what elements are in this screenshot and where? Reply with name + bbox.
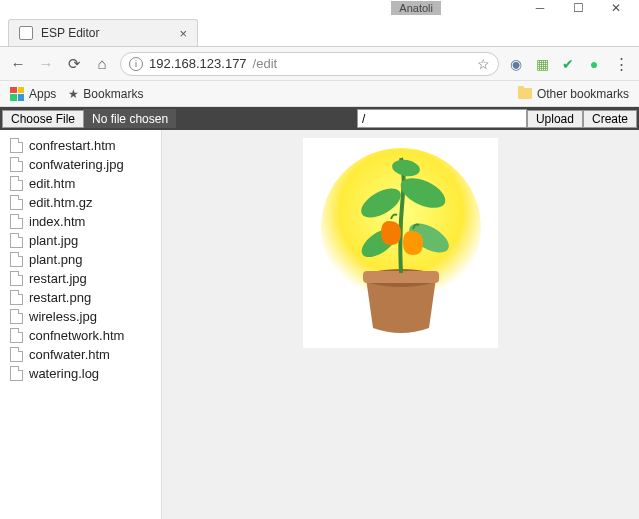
apps-label: Apps	[29, 87, 56, 101]
browser-tab[interactable]: ESP Editor ×	[8, 19, 198, 46]
file-name: restart.jpg	[29, 271, 87, 286]
file-item[interactable]: confwatering.jpg	[0, 155, 161, 174]
file-item[interactable]: confnetwork.htm	[0, 326, 161, 345]
bookmark-bar: Apps ★ Bookmarks Other bookmarks	[0, 81, 639, 107]
star-icon: ★	[68, 87, 79, 101]
file-icon	[10, 271, 23, 286]
file-status-label: No file chosen	[84, 109, 176, 128]
file-icon	[10, 290, 23, 305]
close-window-button[interactable]: ✕	[597, 0, 635, 16]
file-icon	[10, 176, 23, 191]
file-icon	[10, 366, 23, 381]
file-name: wireless.jpg	[29, 309, 97, 324]
file-name: restart.png	[29, 290, 91, 305]
site-info-icon[interactable]: i	[129, 57, 143, 71]
extension-icon-2[interactable]: ▦	[533, 55, 551, 73]
file-name: confnetwork.htm	[29, 328, 124, 343]
file-name: edit.htm.gz	[29, 195, 93, 210]
window-titlebar: Anatoli ─ ☐ ✕	[0, 0, 639, 16]
bookmark-star-icon[interactable]: ☆	[477, 56, 490, 72]
url-host: 192.168.123.177	[149, 56, 247, 71]
other-bookmarks-label: Other bookmarks	[537, 87, 629, 101]
extension-icon-3[interactable]: ✔	[559, 55, 577, 73]
preview-image	[303, 138, 498, 348]
file-name: plant.png	[29, 252, 83, 267]
create-button[interactable]: Create	[583, 110, 637, 128]
file-name: index.htm	[29, 214, 85, 229]
maximize-button[interactable]: ☐	[559, 0, 597, 16]
file-name: confwatering.jpg	[29, 157, 124, 172]
minimize-button[interactable]: ─	[521, 0, 559, 16]
file-item[interactable]: edit.htm	[0, 174, 161, 193]
extension-icon-1[interactable]: ◉	[507, 55, 525, 73]
back-icon[interactable]: ←	[8, 55, 28, 72]
file-name: watering.log	[29, 366, 99, 381]
editor-main: confrestart.htm confwatering.jpg edit.ht…	[0, 130, 639, 519]
file-icon	[10, 309, 23, 324]
file-item[interactable]: watering.log	[0, 364, 161, 383]
plant-illustration-icon	[311, 143, 491, 343]
file-item[interactable]: index.htm	[0, 212, 161, 231]
file-item[interactable]: confrestart.htm	[0, 136, 161, 155]
file-item[interactable]: plant.png	[0, 250, 161, 269]
file-item[interactable]: edit.htm.gz	[0, 193, 161, 212]
tab-strip: ESP Editor ×	[0, 16, 639, 47]
file-icon	[10, 328, 23, 343]
close-tab-icon[interactable]: ×	[179, 26, 187, 41]
file-name: confwater.htm	[29, 347, 110, 362]
file-name: confrestart.htm	[29, 138, 116, 153]
apps-icon	[10, 87, 24, 101]
bookmarks-label: Bookmarks	[83, 87, 143, 101]
preview-pane	[162, 130, 639, 519]
file-name: edit.htm	[29, 176, 75, 191]
file-icon	[10, 157, 23, 172]
file-icon	[10, 233, 23, 248]
other-bookmarks[interactable]: Other bookmarks	[518, 87, 629, 101]
address-bar: ← → ⟳ ⌂ i 192.168.123.177/edit ☆ ◉ ▦ ✔ ●…	[0, 47, 639, 81]
file-icon	[10, 347, 23, 362]
reload-icon[interactable]: ⟳	[64, 55, 84, 73]
file-icon	[10, 252, 23, 267]
page-favicon-icon	[19, 26, 33, 40]
menu-icon[interactable]: ⋮	[611, 55, 631, 73]
bookmarks-shortcut[interactable]: ★ Bookmarks	[68, 87, 143, 101]
editor-toolbar: Choose File No file chosen Upload Create	[0, 107, 639, 130]
extension-icon-4[interactable]: ●	[585, 55, 603, 73]
forward-icon[interactable]: →	[36, 55, 56, 72]
choose-file-button[interactable]: Choose File	[2, 110, 84, 128]
file-icon	[10, 195, 23, 210]
file-item[interactable]: wireless.jpg	[0, 307, 161, 326]
folder-icon	[518, 88, 532, 99]
file-icon	[10, 214, 23, 229]
file-item[interactable]: plant.jpg	[0, 231, 161, 250]
file-icon	[10, 138, 23, 153]
file-item[interactable]: restart.jpg	[0, 269, 161, 288]
file-item[interactable]: restart.png	[0, 288, 161, 307]
file-list: confrestart.htm confwatering.jpg edit.ht…	[0, 130, 162, 519]
apps-shortcut[interactable]: Apps	[10, 87, 56, 101]
user-badge: Anatoli	[391, 1, 441, 15]
tab-title: ESP Editor	[41, 26, 99, 40]
file-item[interactable]: confwater.htm	[0, 345, 161, 364]
home-icon[interactable]: ⌂	[92, 55, 112, 72]
url-field[interactable]: i 192.168.123.177/edit ☆	[120, 52, 499, 76]
path-input[interactable]	[357, 109, 527, 128]
upload-button[interactable]: Upload	[527, 110, 583, 128]
file-name: plant.jpg	[29, 233, 78, 248]
url-path: /edit	[253, 56, 278, 71]
